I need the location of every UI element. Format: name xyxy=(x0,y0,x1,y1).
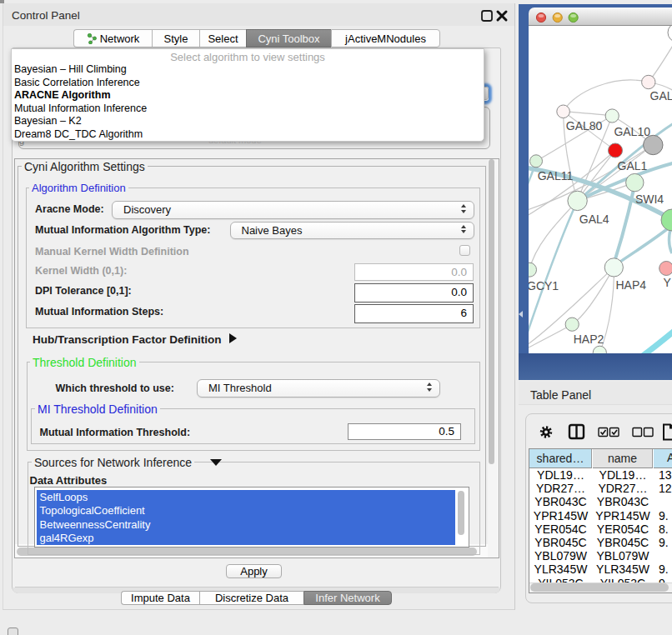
svg-text:SWI4: SWI4 xyxy=(635,192,664,206)
svg-text:GCY1: GCY1 xyxy=(529,279,559,292)
svg-text:GAL11: GAL11 xyxy=(538,169,574,182)
svg-text:Y: Y xyxy=(664,276,672,289)
svg-text:GAL4: GAL4 xyxy=(579,212,609,226)
svg-text:HAP4: HAP4 xyxy=(616,278,647,292)
svg-text:GAL1: GAL1 xyxy=(618,159,648,172)
svg-text:GAL10: GAL10 xyxy=(614,125,650,138)
svg-text:GAL: GAL xyxy=(650,89,672,102)
svg-text:HAP2: HAP2 xyxy=(574,332,604,346)
svg-text:GAL80: GAL80 xyxy=(566,119,603,132)
